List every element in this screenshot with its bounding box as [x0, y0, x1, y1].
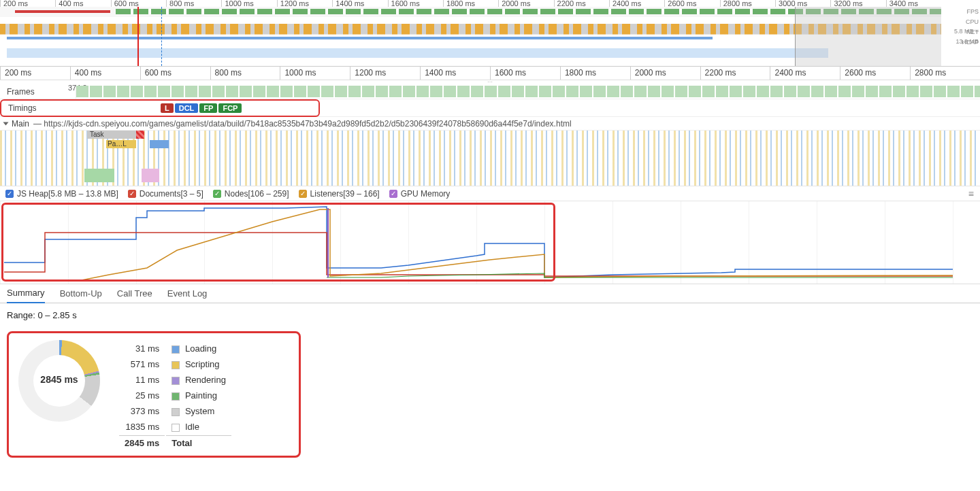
legend-row-painting[interactable]: 25 ms Painting [119, 388, 231, 403]
tab-call-tree[interactable]: Call Tree [117, 284, 152, 303]
counter-toggle-listeners[interactable]: Listeners[39 – 166] [299, 189, 380, 199]
flame-task[interactable]: Task [87, 131, 136, 139]
overview-tick: 200 ms [0, 0, 55, 7]
counter-toggle-gpu[interactable]: GPU Memory [389, 189, 451, 199]
tab-event-log[interactable]: Event Log [167, 284, 208, 303]
overview-track-labels: FPS CPU NET HEAP 5.8 MB – 13.8 MB [941, 7, 979, 48]
ruler-tick: 1200 ms [350, 67, 420, 80]
checkbox-icon[interactable] [213, 190, 221, 198]
counter-label-gpu: GPU Memory [401, 189, 451, 199]
legend-row-loading[interactable]: 31 ms Loading [119, 341, 231, 356]
details-tabs: Summary Bottom-Up Call Tree Event Log [0, 284, 980, 303]
summary-highlight-box: 2845 ms 31 ms Loading 571 ms Scripting 1… [7, 331, 301, 458]
checkbox-icon[interactable] [128, 190, 136, 198]
ruler-tick: 1400 ms [420, 67, 490, 80]
legend-value: 373 ms [119, 404, 165, 418]
swatch-scripting [172, 361, 180, 369]
flame-chart[interactable]: Task Pa…L [0, 131, 980, 186]
timeline-ruler[interactable]: 200 ms400 ms600 ms800 ms1000 ms1200 ms14… [0, 67, 980, 80]
checkbox-icon[interactable] [299, 190, 307, 198]
ruler-tick-label: 1200 ms [355, 68, 386, 78]
overview-ruler[interactable]: 200 ms400 ms600 ms800 ms1000 ms1200 ms14… [0, 0, 941, 7]
legend-value: 25 ms [119, 388, 165, 403]
timing-badge-l[interactable]: L [161, 103, 174, 113]
overview-minimap[interactable]: 200 ms400 ms600 ms800 ms1000 ms1200 ms14… [0, 0, 980, 67]
overview-tick: 2800 ms [720, 0, 775, 7]
ruler-tick-label: 1000 ms [284, 68, 316, 78]
tab-summary[interactable]: Summary [7, 284, 45, 303]
summary-donut[interactable]: 2845 ms [18, 340, 100, 422]
chevron-down-icon[interactable] [3, 122, 9, 125]
timings-row[interactable]: Timings L DCL FP FCP [0, 99, 980, 117]
legend-row-scripting[interactable]: 571 ms Scripting [119, 357, 231, 371]
legend-row-rendering[interactable]: 11 ms Rendering [119, 373, 231, 387]
overview-tick: 1200 ms [277, 0, 332, 7]
hamburger-icon[interactable]: ≡ [968, 188, 975, 199]
summary-range: Range: 0 – 2.85 s [7, 310, 973, 320]
swatch-painting [172, 392, 180, 401]
frames-row-label: Frames [0, 84, 76, 99]
ruler-tick-label: 1400 ms [425, 68, 456, 78]
overview-tick: 1400 ms [332, 0, 387, 7]
overview-tick: 400 ms [55, 0, 110, 7]
overview-tick: 600 ms [111, 0, 166, 7]
overview-tick: 1800 ms [443, 0, 498, 7]
overview-tick: 3000 ms [775, 0, 830, 7]
overview-body[interactable] [0, 7, 941, 66]
ruler-tick: 2000 ms [630, 67, 700, 80]
legend-row-idle[interactable]: 1835 ms Idle [119, 420, 231, 434]
legend-label: Idle [185, 422, 199, 432]
flame-block-pink[interactable] [142, 169, 159, 182]
legend-value: 571 ms [119, 357, 165, 371]
counter-toggle-nodes[interactable]: Nodes[106 – 259] [213, 189, 289, 199]
flame-block-green[interactable] [84, 169, 114, 182]
overview-tick: 2200 ms [554, 0, 609, 7]
frames-strip[interactable] [76, 86, 980, 97]
ruler-tick: 1800 ms [560, 67, 630, 80]
ruler-tick: 2600 ms [840, 67, 910, 80]
timing-badge-dcl[interactable]: DCL [175, 103, 199, 113]
ruler-tick-label: 200 ms [5, 68, 31, 78]
legend-row-system[interactable]: 373 ms System [119, 404, 231, 418]
overview-playhead-blue[interactable] [161, 7, 162, 66]
flame-block-blue[interactable] [150, 140, 169, 148]
legend-label: Painting [185, 390, 217, 401]
frames-row-content[interactable] [76, 84, 980, 99]
counters-highlight-box [1, 203, 555, 282]
overview-unselected-region[interactable] [795, 7, 941, 66]
counters-legend: JS Heap[5.8 MB – 13.8 MB] Documents[3 – … [0, 186, 980, 201]
summary-pane: Range: 0 – 2.85 s 2845 ms 31 ms Loading … [0, 303, 980, 464]
overview-tick: 2600 ms [664, 0, 719, 7]
ruler-tick-label: 2200 ms [705, 68, 736, 78]
ruler-tick: 1000 ms [280, 67, 350, 80]
summary-legend-table: 31 ms Loading 571 ms Scripting 11 ms Ren… [118, 340, 233, 452]
timing-badge-fcp[interactable]: FCP [218, 103, 242, 113]
ruler-tick: 2400 ms [770, 67, 840, 80]
legend-label: Total [172, 438, 192, 448]
counters-chart[interactable] [0, 201, 980, 284]
main-thread-url: — https://kjds-cdn.speiyou.com/games/gam… [33, 119, 572, 129]
counter-toggle-jsheap[interactable]: JS Heap[5.8 MB – 13.8 MB] [5, 189, 118, 199]
ruler-tick-label: 800 ms [215, 68, 242, 78]
flame-long-task-marker[interactable] [136, 131, 144, 139]
legend-label: Loading [185, 343, 216, 354]
ruler-tick: 2800 ms [910, 67, 980, 80]
checkbox-icon[interactable] [5, 190, 14, 198]
counter-label-listeners: Listeners[39 – 166] [310, 189, 380, 199]
timing-badge-fp[interactable]: FP [199, 103, 217, 113]
counter-toggle-documents[interactable]: Documents[3 – 5] [128, 189, 203, 199]
timings-highlight-box: Timings L DCL FP FCP [0, 99, 320, 117]
tab-bottom-up[interactable]: Bottom-Up [60, 284, 102, 303]
timings-row-label: Timings [1, 101, 78, 116]
legend-row-total: 2845 ms Total [119, 435, 231, 450]
frames-row[interactable]: Frames 374.2 ms [0, 84, 980, 99]
checkbox-icon[interactable] [389, 190, 397, 198]
flame-parse[interactable]: Pa…L [106, 140, 136, 148]
ruler-tick-label: 1600 ms [495, 68, 526, 78]
ruler-tick-label: 2600 ms [845, 68, 876, 78]
ruler-tick: 400 ms [70, 67, 140, 80]
overview-tick: 2000 ms [498, 0, 553, 7]
main-thread-header[interactable]: Main — https://kjds-cdn.speiyou.com/game… [0, 117, 980, 131]
overview-playhead-red[interactable] [137, 7, 139, 66]
overview-tick: 2400 ms [609, 0, 664, 7]
